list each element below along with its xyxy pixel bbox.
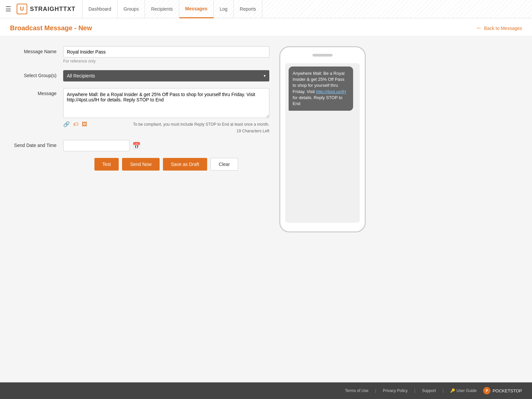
nav-item-dashboard[interactable]: Dashboard <box>82 0 118 18</box>
select-group-value: All Recipients <box>67 73 95 78</box>
page-header: Broadcast Message - New ← Back to Messag… <box>0 18 532 36</box>
test-button[interactable]: Test <box>94 158 119 171</box>
send-date-label: Send Date and Time <box>10 140 63 148</box>
chevron-down-icon: ▾ <box>264 73 266 78</box>
page-title: Broadcast Message - New <box>10 24 92 32</box>
back-link-label: Back to Messages <box>484 26 522 31</box>
pocketstop-icon: P <box>483 387 490 394</box>
divider-1: | <box>375 388 376 393</box>
date-input-row: 📅 <box>63 140 269 151</box>
action-buttons-row: Test Send Now Save as Draft Clear <box>63 158 269 171</box>
send-date-field: 📅 <box>63 140 269 151</box>
phone-outer: Anywhere Mall: Be a Royal Insider & get … <box>279 46 366 232</box>
back-arrow-icon: ← <box>476 25 482 32</box>
phone-screen: Anywhere Mall: Be a Royal Insider & get … <box>285 63 360 223</box>
send-date-row: Send Date and Time 📅 <box>10 140 269 151</box>
select-group-row: Select Group(s) All Recipients ▾ <box>10 70 269 81</box>
select-group-button[interactable]: All Recipients ▾ <box>63 70 269 81</box>
sms-bubble: Anywhere Mall: Be a Royal Insider & get … <box>289 66 353 111</box>
send-date-input[interactable] <box>63 140 130 151</box>
privacy-policy-link[interactable]: Privacy Policy <box>383 388 408 393</box>
select-group-field: All Recipients ▾ <box>63 70 269 81</box>
message-field: Anywhere Mall: Be a Royal Insider & get … <box>63 88 269 133</box>
logo-icon: U <box>17 4 27 14</box>
select-group-wrapper: All Recipients ▾ <box>63 70 269 81</box>
clear-button[interactable]: Clear <box>210 158 238 171</box>
user-guide-label: User Guide <box>457 388 477 393</box>
top-nav-bar: ☰ U STRAIGHTTXT Dashboard Groups Recipie… <box>0 0 532 18</box>
main-nav: Dashboard Groups Recipients Messages Log… <box>82 0 262 18</box>
logo-letter: U <box>20 6 24 12</box>
logo-text: STRAIGHTTXT <box>30 6 75 13</box>
phone-preview: Anywhere Mall: Be a Royal Insider & get … <box>279 46 366 232</box>
sms-text-part2: for details. Reply STOP to End <box>293 95 342 106</box>
hamburger-menu[interactable]: ☰ <box>5 5 11 13</box>
terms-of-use-link[interactable]: Terms of Use <box>345 388 369 393</box>
image-icon[interactable]: 🖼 <box>82 121 87 127</box>
message-name-hint: For reference only <box>63 59 269 64</box>
main-content: Message Name For reference only Select G… <box>0 36 532 242</box>
support-link[interactable]: Support <box>422 388 436 393</box>
select-group-label: Select Group(s) <box>10 70 63 78</box>
nav-item-log[interactable]: Log <box>214 0 234 18</box>
calendar-icon[interactable]: 📅 <box>132 142 141 150</box>
save-as-draft-button[interactable]: Save as Draft <box>163 158 207 171</box>
footer: Terms of Use | Privacy Policy | Support … <box>0 382 532 399</box>
user-guide-link[interactable]: 🔑 User Guide <box>450 388 476 393</box>
message-toolbar: 🔗 🏷 🖼 To be compliant, you must include … <box>63 121 269 127</box>
nav-item-recipients[interactable]: Recipients <box>145 0 179 18</box>
nav-item-reports[interactable]: Reports <box>234 0 262 18</box>
message-row: Message Anywhere Mall: Be a Royal Inside… <box>10 88 269 133</box>
pocketstop-logo: P POCKETSTOP <box>483 387 522 394</box>
compliance-text: To be compliant, you must include Reply … <box>90 122 269 127</box>
message-label: Message <box>10 88 63 96</box>
logo-area: U STRAIGHTTXT <box>17 4 75 14</box>
nav-item-messages[interactable]: Messages <box>179 0 214 18</box>
send-now-button[interactable]: Send Now <box>122 158 160 171</box>
message-name-input[interactable] <box>63 46 269 58</box>
divider-2: | <box>414 388 415 393</box>
message-name-field: For reference only <box>63 46 269 64</box>
key-icon: 🔑 <box>450 388 455 393</box>
message-name-row: Message Name For reference only <box>10 46 269 64</box>
link-icon[interactable]: 🔗 <box>63 121 70 127</box>
back-to-messages-link[interactable]: ← Back to Messages <box>476 25 522 32</box>
message-textarea[interactable]: Anywhere Mall: Be a Royal Insider & get … <box>63 88 269 118</box>
form-area: Message Name For reference only Select G… <box>10 46 269 232</box>
pocketstop-label: POCKETSTOP <box>492 388 522 393</box>
phone-speaker <box>313 54 332 57</box>
message-name-label: Message Name <box>10 46 63 54</box>
sms-link: http://4pst.us/lH <box>316 89 346 94</box>
chars-left: 19 Characters Left <box>63 129 269 133</box>
nav-item-groups[interactable]: Groups <box>118 0 145 18</box>
divider-3: | <box>443 388 444 393</box>
tag-icon[interactable]: 🏷 <box>73 121 78 127</box>
